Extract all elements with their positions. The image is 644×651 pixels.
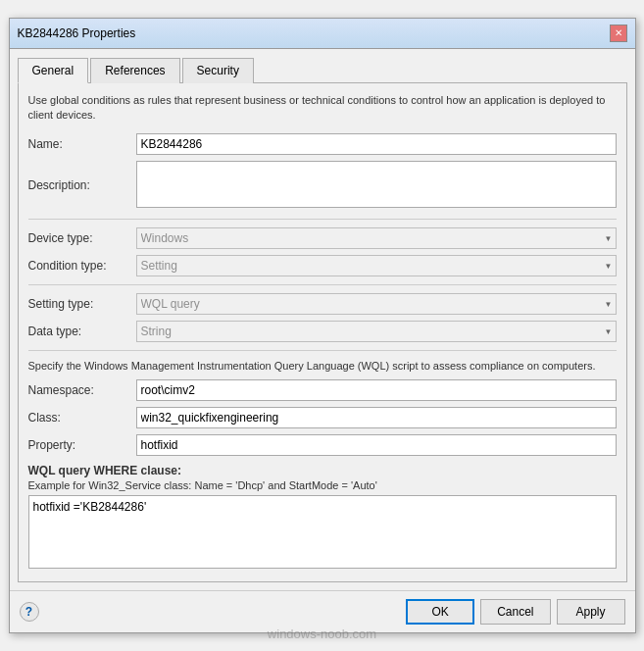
name-input[interactable] bbox=[136, 133, 617, 155]
tab-security[interactable]: Security bbox=[182, 58, 254, 83]
condition-type-row: Condition type: Setting ▼ bbox=[28, 255, 617, 276]
query-textarea[interactable]: hotfixid ='KB2844286' bbox=[28, 495, 617, 569]
setting-type-row: Setting type: WQL query ▼ bbox=[28, 293, 617, 315]
separator-3 bbox=[28, 350, 617, 351]
footer-buttons: OK Cancel Apply bbox=[406, 599, 624, 625]
condition-type-select-wrapper: Setting ▼ bbox=[136, 255, 617, 276]
class-input[interactable] bbox=[136, 407, 617, 428]
name-row: Name: bbox=[28, 133, 617, 155]
wql-where-label: WQL query WHERE clause: bbox=[28, 464, 617, 477]
property-input[interactable] bbox=[136, 434, 617, 456]
condition-type-label: Condition type: bbox=[28, 259, 136, 273]
class-row: Class: bbox=[28, 407, 617, 428]
description-textarea[interactable] bbox=[136, 161, 617, 208]
tab-references[interactable]: References bbox=[90, 58, 179, 83]
wql-info-text: Specify the Windows Management Instrumen… bbox=[28, 359, 617, 374]
cancel-button[interactable]: Cancel bbox=[480, 599, 550, 625]
window-content: General References Security Use global c… bbox=[10, 49, 635, 590]
namespace-label: Namespace: bbox=[28, 383, 136, 397]
title-bar-controls: ✕ bbox=[610, 25, 627, 42]
separator-2 bbox=[28, 284, 617, 285]
namespace-row: Namespace: bbox=[28, 379, 617, 401]
data-type-select-wrapper: String ▼ bbox=[136, 321, 617, 342]
device-type-row: Device type: Windows ▼ bbox=[28, 227, 617, 249]
data-type-label: Data type: bbox=[28, 325, 136, 338]
description-label: Description: bbox=[28, 178, 136, 192]
condition-type-select[interactable]: Setting bbox=[136, 255, 617, 276]
ok-button[interactable]: OK bbox=[406, 599, 474, 625]
namespace-input[interactable] bbox=[136, 379, 617, 401]
footer: ? OK Cancel Apply bbox=[10, 590, 635, 632]
class-label: Class: bbox=[28, 411, 136, 425]
query-textarea-wrapper: hotfixid ='KB2844286' bbox=[28, 495, 617, 572]
tab-general[interactable]: General bbox=[18, 58, 89, 83]
help-button[interactable]: ? bbox=[20, 602, 39, 622]
wql-example-text: Example for Win32_Service class: Name = … bbox=[28, 479, 617, 491]
wql-where-section: WQL query WHERE clause: Example for Win3… bbox=[28, 464, 617, 572]
separator-1 bbox=[28, 219, 617, 220]
setting-type-label: Setting type: bbox=[28, 297, 136, 311]
setting-type-select-wrapper: WQL query ▼ bbox=[136, 293, 617, 315]
tab-bar: General References Security bbox=[18, 57, 627, 83]
properties-window: KB2844286 Properties ✕ General Reference… bbox=[9, 18, 636, 633]
intro-description: Use global conditions as rules that repr… bbox=[28, 93, 617, 124]
device-type-select[interactable]: Windows bbox=[136, 227, 617, 249]
device-type-label: Device type: bbox=[28, 231, 136, 245]
setting-type-select[interactable]: WQL query bbox=[136, 293, 617, 315]
footer-left: ? bbox=[20, 602, 39, 622]
device-type-select-wrapper: Windows ▼ bbox=[136, 227, 617, 249]
description-textarea-wrapper bbox=[136, 161, 617, 211]
name-label: Name: bbox=[28, 137, 136, 151]
title-bar: KB2844286 Properties ✕ bbox=[10, 19, 635, 49]
tab-content-general: Use global conditions as rules that repr… bbox=[18, 83, 627, 582]
property-label: Property: bbox=[28, 438, 136, 452]
description-row: Description: bbox=[28, 161, 617, 211]
window-title: KB2844286 Properties bbox=[18, 26, 136, 40]
data-type-row: Data type: String ▼ bbox=[28, 321, 617, 342]
data-type-select[interactable]: String bbox=[136, 321, 617, 342]
property-row: Property: bbox=[28, 434, 617, 456]
close-button[interactable]: ✕ bbox=[610, 25, 627, 42]
apply-button[interactable]: Apply bbox=[557, 599, 625, 625]
